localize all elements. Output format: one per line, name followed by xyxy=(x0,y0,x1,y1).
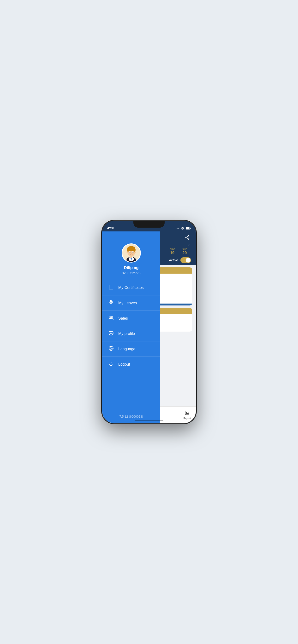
day-sat-num: 19 xyxy=(170,251,175,255)
logout-icon xyxy=(108,361,114,368)
signal-icon: ···· xyxy=(177,227,180,230)
svg-point-37 xyxy=(110,300,112,302)
profile-icon xyxy=(108,330,114,337)
svg-point-3 xyxy=(188,235,189,236)
menu-list: My Certificates xyxy=(102,280,160,410)
active-toggle[interactable] xyxy=(181,257,191,263)
phone-frame: 4:20 ···· xyxy=(102,221,196,423)
day-sun-name: Sun xyxy=(182,247,187,251)
next-chevron-icon[interactable]: › xyxy=(188,242,190,247)
battery-icon xyxy=(186,227,191,230)
menu-label-profile: My profile xyxy=(118,332,135,336)
svg-rect-2 xyxy=(190,228,191,228)
svg-point-22 xyxy=(133,248,135,252)
avatar-image xyxy=(123,244,140,262)
wifi-icon xyxy=(181,227,185,230)
svg-rect-9 xyxy=(186,412,187,413)
phone-wrapper: 4:20 ···· xyxy=(102,221,196,423)
app-content: › Sat 19 Sun 20 xyxy=(102,232,196,423)
svg-point-29 xyxy=(134,252,136,253)
certificate-icon xyxy=(108,284,114,291)
drawer: Dilip ag 9206712773 xyxy=(102,232,160,423)
svg-rect-1 xyxy=(186,227,190,229)
menu-label-sales: Sales xyxy=(118,316,128,320)
menu-item-logout[interactable]: Logout xyxy=(102,357,160,372)
menu-label-language: Language xyxy=(118,347,135,351)
svg-line-6 xyxy=(186,236,188,237)
payout-label: Payout xyxy=(184,417,191,420)
sales-icon xyxy=(108,315,114,322)
svg-point-5 xyxy=(188,238,189,240)
svg-point-39 xyxy=(111,316,112,318)
leaves-icon xyxy=(108,300,114,306)
menu-label-leaves: My Leaves xyxy=(118,301,137,305)
screen: 4:20 ···· xyxy=(102,221,196,423)
drawer-header: Dilip ag 9206712773 xyxy=(102,232,160,280)
menu-item-leaves[interactable]: My Leaves xyxy=(102,296,160,311)
svg-point-25 xyxy=(129,252,130,253)
menu-item-certificates[interactable]: My Certificates xyxy=(102,280,160,296)
payout-nav-item[interactable]: Payout xyxy=(184,410,191,420)
active-label: Active xyxy=(169,258,178,262)
svg-point-40 xyxy=(110,331,112,333)
svg-line-7 xyxy=(186,238,188,238)
home-bar xyxy=(135,420,163,421)
svg-point-28 xyxy=(127,252,128,253)
day-sat: Sat 19 xyxy=(170,247,175,255)
toggle-thumb xyxy=(186,258,191,262)
day-sun-num: 20 xyxy=(182,251,187,255)
menu-label-certificates: My Certificates xyxy=(118,286,144,290)
status-icons: ···· xyxy=(177,227,191,230)
menu-item-profile[interactable]: My profile xyxy=(102,326,160,342)
menu-item-language[interactable]: Language xyxy=(102,342,160,357)
svg-point-21 xyxy=(127,248,129,252)
menu-item-sales[interactable]: Sales xyxy=(102,311,160,326)
notch xyxy=(133,221,165,228)
payout-icon xyxy=(185,410,190,417)
svg-point-4 xyxy=(186,237,187,238)
svg-point-27 xyxy=(131,253,132,254)
status-time: 4:20 xyxy=(107,226,114,230)
user-phone: 9206712773 xyxy=(122,271,140,275)
avatar xyxy=(122,244,141,262)
svg-point-26 xyxy=(132,252,133,253)
share-icon[interactable] xyxy=(185,235,190,241)
menu-label-logout: Logout xyxy=(118,362,130,366)
language-icon xyxy=(108,346,114,352)
day-sun: Sun 20 xyxy=(182,247,187,255)
day-sat-name: Sat xyxy=(170,247,175,251)
user-name: Dilip ag xyxy=(124,266,138,270)
